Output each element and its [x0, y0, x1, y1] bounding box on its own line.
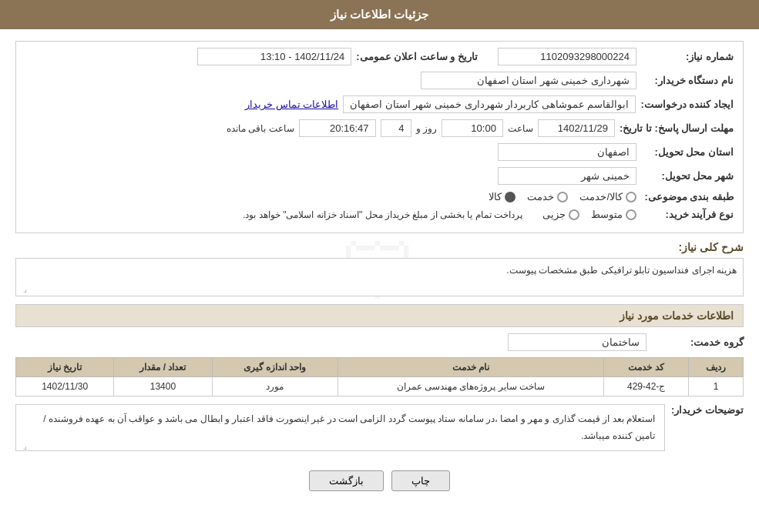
cell-name-0: ساخت سایر پروژه‌های مهندسی عمران	[338, 377, 604, 396]
buyer-notes-row: توضیحات خریدار: استعلام بعد از قیمت گذار…	[15, 404, 744, 459]
row-city: شهر محل تحویل: خمینی شهر	[25, 167, 734, 185]
row-category: طبقه بندی موضوعی: کالا/خدمت خدمت کالا	[25, 191, 734, 202]
need-number-label: شماره نیاز:	[641, 51, 734, 62]
buyer-notes-text: استعلام بعد از قیمت گذاری و مهر و امضا ،…	[43, 413, 655, 441]
row-service-group: گروه خدمت: ساختمان	[15, 333, 744, 351]
services-section-title: اطلاعات خدمات مورد نیاز	[15, 304, 744, 327]
table-header-row: ردیف کد خدمت نام خدمت واحد اندازه گیری ت…	[16, 358, 744, 377]
row-province: استان محل تحویل: اصفهان	[25, 143, 734, 161]
radio-kala-circle	[505, 192, 516, 202]
radio-motavasset[interactable]: متوسط	[591, 209, 636, 220]
cell-date-0: 1402/11/30	[16, 377, 114, 396]
province-label: استان محل تحویل:	[641, 146, 734, 158]
col-name: نام خدمت	[338, 358, 604, 377]
radio-khedmat[interactable]: خدمت	[527, 191, 568, 202]
category-label: طبقه بندی موضوعی:	[641, 191, 734, 202]
category-radio-group: کالا/خدمت خدمت کالا	[489, 191, 636, 202]
description-value: هزینه اجرای فنداسیون تابلو ترافیکی طبق م…	[15, 258, 744, 296]
deadline-remaining-label: ساعت باقی مانده	[227, 123, 294, 134]
radio-jozi-label: جزیی	[542, 209, 566, 220]
resize-handle-icon: ⌟	[18, 285, 27, 294]
col-row: ردیف	[688, 358, 743, 377]
col-date: تاریخ نیاز	[16, 358, 114, 377]
city-value: خمینی شهر	[498, 167, 636, 185]
radio-khedmat-label: خدمت	[527, 191, 554, 202]
cell-quantity-0: 13400	[114, 377, 212, 396]
col-unit: واحد اندازه گیری	[212, 358, 338, 377]
purchase-note: پرداخت تمام یا بخشی از مبلغ خریداز محل "…	[243, 209, 522, 220]
resize-handle-notes-icon: ⌟	[18, 440, 27, 449]
radio-khedmat-circle	[557, 192, 568, 202]
cell-unit-0: مورد	[212, 377, 338, 396]
page-header: جزئیات اطلاعات نیاز	[0, 0, 759, 29]
row-need-number: شماره نیاز: 1102093298000224 تاریخ و ساع…	[25, 48, 734, 65]
content-area: 🛡 شماره نیاز: 1102093298000224 تاریخ و س…	[0, 29, 759, 514]
date-announce-value: 1402/11/24 - 13:10	[197, 48, 351, 65]
page-title: جزئیات اطلاعات نیاز	[331, 8, 428, 21]
back-button[interactable]: بازگشت	[309, 470, 384, 491]
buyer-notes-value: استعلام بعد از قیمت گذاری و مهر و امضا ،…	[15, 404, 665, 451]
print-button[interactable]: چاپ	[391, 470, 450, 491]
service-group-value: ساختمان	[508, 333, 646, 351]
radio-kala-label: کالا	[489, 191, 502, 202]
creator-label: ایجاد کننده درخواست:	[640, 99, 734, 110]
radio-kala-khedmat-circle	[626, 192, 636, 202]
radio-kala[interactable]: کالا	[489, 191, 516, 202]
row-description: شرح کلی نیاز: هزینه اجرای فنداسیون تابلو…	[15, 241, 744, 296]
deadline-time-label: ساعت	[508, 123, 533, 134]
deadline-label: مهلت ارسال پاسخ: تا تاریخ:	[620, 122, 734, 134]
purchase-type-label: نوع فرآیند خرید:	[641, 209, 734, 220]
services-table: ردیف کد خدمت نام خدمت واحد اندازه گیری ت…	[15, 357, 744, 396]
creator-value: ابوالقاسم عموشاهی کاربردار شهرداری خمینی…	[343, 95, 636, 113]
row-buyer-name: نام دستگاه خریدار: شهرداری خمینی شهر است…	[25, 72, 734, 89]
radio-jozi-circle	[569, 209, 579, 220]
col-quantity: تعداد / مقدار	[114, 358, 212, 377]
cell-code-0: ج-42-429	[604, 377, 689, 396]
radio-motavasset-label: متوسط	[591, 209, 623, 220]
description-section-title: شرح کلی نیاز:	[651, 241, 744, 253]
radio-kala-khedmat-label: کالا/خدمت	[579, 191, 623, 202]
buyer-notes-label: توضیحات خریدار:	[671, 404, 744, 416]
purchase-type-radio-group: متوسط جزیی	[542, 209, 636, 220]
buttons-row: چاپ بازگشت	[15, 470, 744, 491]
need-number-value: 1102093298000224	[498, 48, 636, 65]
deadline-day-label: روز و	[416, 123, 437, 134]
date-announce-label: تاریخ و ساعت اعلان عمومی:	[356, 51, 478, 62]
row-purchase-type: نوع فرآیند خرید: متوسط جزیی پرداخت تمام …	[25, 209, 734, 220]
radio-kala-khedmat[interactable]: کالا/خدمت	[579, 191, 636, 202]
cell-row-0: 1	[688, 377, 743, 396]
deadline-time: 10:00	[442, 119, 503, 137]
description-text: هزینه اجرای فنداسیون تابلو ترافیکی طبق م…	[506, 265, 737, 276]
city-label: شهر محل تحویل:	[641, 170, 734, 182]
col-code: کد خدمت	[604, 358, 689, 377]
deadline-remaining: 20:16:47	[299, 119, 376, 137]
buyer-name-value: شهرداری خمینی شهر استان اصفهان	[421, 72, 636, 89]
radio-jozi[interactable]: جزیی	[542, 209, 579, 220]
info-section: شماره نیاز: 1102093298000224 تاریخ و ساع…	[15, 41, 744, 233]
row-creator: ایجاد کننده درخواست: ابوالقاسم عموشاهی ک…	[25, 95, 734, 113]
radio-motavasset-circle	[626, 209, 636, 220]
row-deadline: مهلت ارسال پاسخ: تا تاریخ: 1402/11/29 سا…	[25, 119, 734, 137]
deadline-date: 1402/11/29	[538, 119, 615, 137]
contact-link[interactable]: اطلاعات تماس خریدار	[245, 99, 338, 110]
deadline-days: 4	[381, 119, 411, 137]
buyer-name-label: نام دستگاه خریدار:	[641, 75, 734, 86]
page-wrapper: جزئیات اطلاعات نیاز 🛡 شماره نیاز: 110209…	[0, 0, 759, 532]
table-row: 1 ج-42-429 ساخت سایر پروژه‌های مهندسی عم…	[16, 377, 744, 396]
service-group-label: گروه خدمت:	[651, 336, 744, 348]
province-value: اصفهان	[498, 143, 636, 161]
